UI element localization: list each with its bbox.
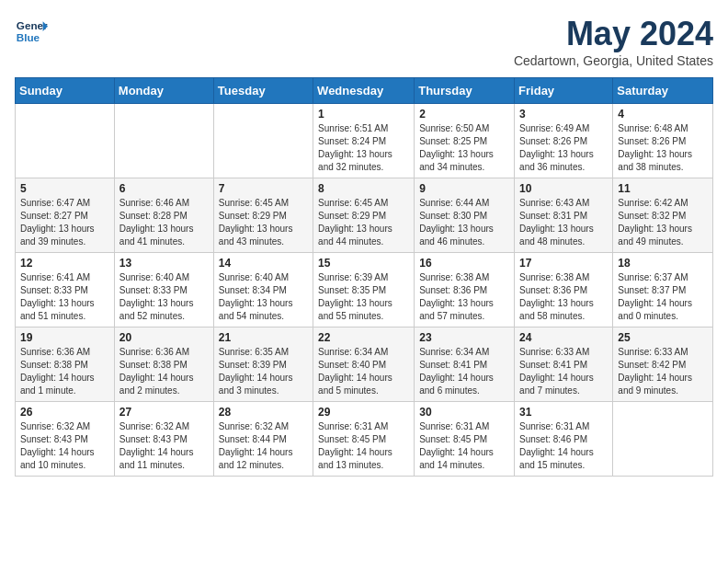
day-number: 23: [419, 331, 509, 344]
weekday-header: Monday: [114, 78, 213, 104]
svg-text:Blue: Blue: [17, 31, 40, 43]
calendar-cell: 25Sunrise: 6:33 AMSunset: 8:42 PMDayligh…: [613, 327, 713, 402]
cell-content: Sunrise: 6:34 AMSunset: 8:40 PMDaylight:…: [318, 346, 409, 397]
day-number: 24: [519, 331, 608, 344]
cell-content: Sunrise: 6:31 AMSunset: 8:45 PMDaylight:…: [419, 420, 509, 472]
cell-content: Sunrise: 6:47 AMSunset: 8:27 PMDaylight:…: [20, 197, 109, 248]
day-number: 8: [318, 182, 409, 195]
logo: General Blue: [15, 15, 48, 48]
cell-content: Sunrise: 6:35 AMSunset: 8:39 PMDaylight:…: [219, 346, 308, 397]
day-number: 30: [419, 406, 509, 419]
calendar-cell: 15Sunrise: 6:39 AMSunset: 8:35 PMDayligh…: [313, 253, 415, 327]
day-number: 5: [20, 182, 109, 195]
calendar-cell: 4Sunrise: 6:48 AMSunset: 8:26 PMDaylight…: [613, 104, 713, 178]
day-number: 7: [219, 182, 308, 195]
calendar-week-row: 26Sunrise: 6:32 AMSunset: 8:43 PMDayligh…: [16, 402, 713, 477]
cell-content: Sunrise: 6:32 AMSunset: 8:43 PMDaylight:…: [119, 420, 209, 472]
cell-content: Sunrise: 6:40 AMSunset: 8:34 PMDaylight:…: [219, 271, 308, 323]
calendar-cell: 29Sunrise: 6:31 AMSunset: 8:45 PMDayligh…: [313, 402, 415, 477]
location-subtitle: Cedartown, Georgia, United States: [514, 53, 713, 68]
day-number: 26: [20, 406, 109, 419]
calendar-week-row: 5Sunrise: 6:47 AMSunset: 8:27 PMDaylight…: [16, 178, 713, 253]
weekday-header: Thursday: [415, 78, 515, 104]
cell-content: Sunrise: 6:36 AMSunset: 8:38 PMDaylight:…: [20, 346, 109, 397]
day-number: 13: [119, 257, 209, 270]
calendar-cell: 13Sunrise: 6:40 AMSunset: 8:33 PMDayligh…: [114, 253, 213, 327]
cell-content: Sunrise: 6:40 AMSunset: 8:33 PMDaylight:…: [119, 271, 209, 323]
cell-content: Sunrise: 6:38 AMSunset: 8:36 PMDaylight:…: [519, 271, 608, 323]
logo-icon: General Blue: [15, 15, 48, 48]
calendar-cell: 16Sunrise: 6:38 AMSunset: 8:36 PMDayligh…: [415, 253, 515, 327]
page-header: General Blue May 2024 Cedartown, Georgia…: [15, 15, 713, 68]
calendar-cell: [613, 402, 713, 477]
calendar-cell: 10Sunrise: 6:43 AMSunset: 8:31 PMDayligh…: [515, 178, 613, 253]
calendar-cell: 23Sunrise: 6:34 AMSunset: 8:41 PMDayligh…: [415, 327, 515, 402]
calendar-cell: 3Sunrise: 6:49 AMSunset: 8:26 PMDaylight…: [515, 104, 613, 178]
calendar-week-row: 19Sunrise: 6:36 AMSunset: 8:38 PMDayligh…: [16, 327, 713, 402]
cell-content: Sunrise: 6:41 AMSunset: 8:33 PMDaylight:…: [20, 271, 109, 323]
calendar-cell: 18Sunrise: 6:37 AMSunset: 8:37 PMDayligh…: [613, 253, 713, 327]
calendar-cell: 7Sunrise: 6:45 AMSunset: 8:29 PMDaylight…: [213, 178, 313, 253]
calendar-cell: 27Sunrise: 6:32 AMSunset: 8:43 PMDayligh…: [114, 402, 213, 477]
cell-content: Sunrise: 6:32 AMSunset: 8:43 PMDaylight:…: [20, 420, 109, 472]
day-number: 1: [318, 108, 409, 121]
day-number: 17: [519, 257, 608, 270]
day-number: 18: [618, 257, 708, 270]
day-number: 25: [618, 331, 708, 344]
day-number: 16: [419, 257, 509, 270]
title-block: May 2024 Cedartown, Georgia, United Stat…: [514, 15, 713, 68]
day-number: 27: [119, 406, 209, 419]
calendar-cell: 22Sunrise: 6:34 AMSunset: 8:40 PMDayligh…: [313, 327, 415, 402]
day-number: 12: [20, 257, 109, 270]
day-number: 10: [519, 182, 608, 195]
day-number: 6: [119, 182, 209, 195]
month-title: May 2024: [514, 15, 713, 53]
calendar-cell: 26Sunrise: 6:32 AMSunset: 8:43 PMDayligh…: [16, 402, 115, 477]
day-number: 20: [119, 331, 209, 344]
calendar-cell: 5Sunrise: 6:47 AMSunset: 8:27 PMDaylight…: [16, 178, 115, 253]
cell-content: Sunrise: 6:51 AMSunset: 8:24 PMDaylight:…: [318, 122, 409, 174]
cell-content: Sunrise: 6:48 AMSunset: 8:26 PMDaylight:…: [618, 122, 708, 174]
cell-content: Sunrise: 6:39 AMSunset: 8:35 PMDaylight:…: [318, 271, 409, 323]
cell-content: Sunrise: 6:33 AMSunset: 8:41 PMDaylight:…: [519, 346, 608, 397]
weekday-header: Tuesday: [213, 78, 313, 104]
cell-content: Sunrise: 6:36 AMSunset: 8:38 PMDaylight:…: [119, 346, 209, 397]
calendar-week-row: 1Sunrise: 6:51 AMSunset: 8:24 PMDaylight…: [16, 104, 713, 178]
calendar-cell: 21Sunrise: 6:35 AMSunset: 8:39 PMDayligh…: [213, 327, 313, 402]
cell-content: Sunrise: 6:42 AMSunset: 8:32 PMDaylight:…: [618, 197, 708, 248]
calendar-cell: 20Sunrise: 6:36 AMSunset: 8:38 PMDayligh…: [114, 327, 213, 402]
cell-content: Sunrise: 6:46 AMSunset: 8:28 PMDaylight:…: [119, 197, 209, 248]
calendar-cell: 1Sunrise: 6:51 AMSunset: 8:24 PMDaylight…: [313, 104, 415, 178]
calendar-cell: 31Sunrise: 6:31 AMSunset: 8:46 PMDayligh…: [515, 402, 613, 477]
day-number: 9: [419, 182, 509, 195]
weekday-header: Friday: [515, 78, 613, 104]
calendar-cell: 30Sunrise: 6:31 AMSunset: 8:45 PMDayligh…: [415, 402, 515, 477]
calendar-cell: 12Sunrise: 6:41 AMSunset: 8:33 PMDayligh…: [16, 253, 115, 327]
cell-content: Sunrise: 6:37 AMSunset: 8:37 PMDaylight:…: [618, 271, 708, 323]
day-number: 15: [318, 257, 409, 270]
cell-content: Sunrise: 6:49 AMSunset: 8:26 PMDaylight:…: [519, 122, 608, 174]
calendar-cell: 17Sunrise: 6:38 AMSunset: 8:36 PMDayligh…: [515, 253, 613, 327]
day-number: 28: [219, 406, 308, 419]
calendar-week-row: 12Sunrise: 6:41 AMSunset: 8:33 PMDayligh…: [16, 253, 713, 327]
day-number: 19: [20, 331, 109, 344]
cell-content: Sunrise: 6:31 AMSunset: 8:45 PMDaylight:…: [318, 420, 409, 472]
calendar-cell: 2Sunrise: 6:50 AMSunset: 8:25 PMDaylight…: [415, 104, 515, 178]
day-number: 11: [618, 182, 708, 195]
calendar-cell: 9Sunrise: 6:44 AMSunset: 8:30 PMDaylight…: [415, 178, 515, 253]
cell-content: Sunrise: 6:34 AMSunset: 8:41 PMDaylight:…: [419, 346, 509, 397]
cell-content: Sunrise: 6:50 AMSunset: 8:25 PMDaylight:…: [419, 122, 509, 174]
weekday-header: Sunday: [16, 78, 115, 104]
day-number: 31: [519, 406, 608, 419]
cell-content: Sunrise: 6:45 AMSunset: 8:29 PMDaylight:…: [318, 197, 409, 248]
weekday-header-row: SundayMondayTuesdayWednesdayThursdayFrid…: [16, 78, 713, 104]
weekday-header: Wednesday: [313, 78, 415, 104]
calendar-cell: [213, 104, 313, 178]
day-number: 3: [519, 108, 608, 121]
calendar-cell: 8Sunrise: 6:45 AMSunset: 8:29 PMDaylight…: [313, 178, 415, 253]
calendar-cell: 19Sunrise: 6:36 AMSunset: 8:38 PMDayligh…: [16, 327, 115, 402]
day-number: 4: [618, 108, 708, 121]
day-number: 2: [419, 108, 509, 121]
weekday-header: Saturday: [613, 78, 713, 104]
day-number: 22: [318, 331, 409, 344]
